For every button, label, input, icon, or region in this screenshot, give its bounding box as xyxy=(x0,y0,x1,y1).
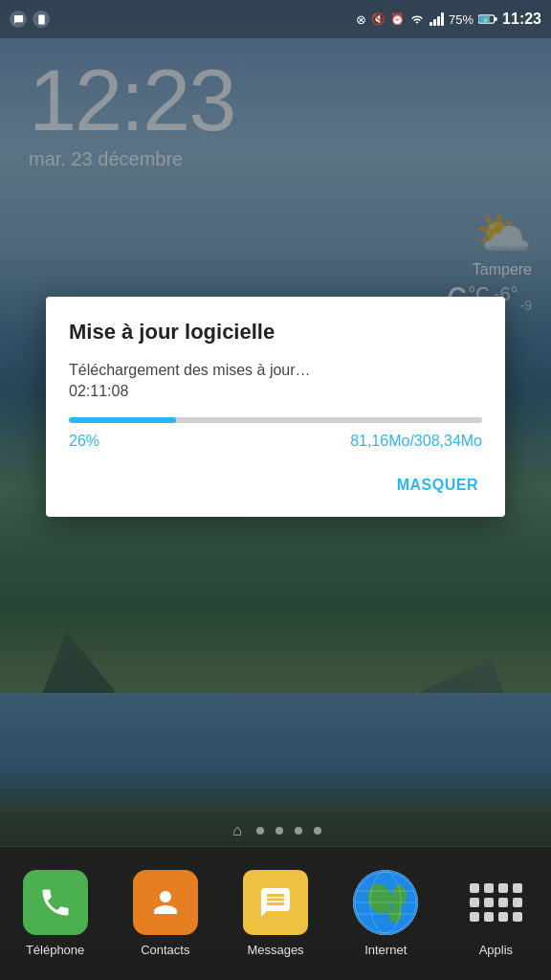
dialog-elapsed-time: 02:11:08 xyxy=(69,383,482,400)
dock-label-messages: Messages xyxy=(247,943,303,957)
dialog-message: Téléchargement des mises à jour… xyxy=(69,362,482,379)
progress-size-label: 81,16Mo/308,34Mo xyxy=(350,433,482,450)
phone-notification-icon xyxy=(33,11,50,28)
dock-item-apps[interactable]: Applis xyxy=(441,870,551,957)
status-bar: ⊗ 🔇 ⏰ 75% ⚡ 11:23 xyxy=(0,0,551,38)
dialog-actions: MASQUER xyxy=(69,469,482,501)
hide-button[interactable]: MASQUER xyxy=(393,469,482,501)
dock-item-contacts[interactable]: Contacts xyxy=(110,870,220,957)
internet-icon xyxy=(353,870,418,935)
mute-icon: 🔇 xyxy=(371,12,386,26)
progress-info: 26% 81,16Mo/308,34Mo xyxy=(69,433,482,450)
wifi-icon xyxy=(409,13,425,26)
home-indicator: ⌂ xyxy=(230,823,245,838)
dock-label-apps: Applis xyxy=(479,943,513,957)
bluetooth-icon: ⊗ xyxy=(356,12,366,27)
contacts-icon xyxy=(133,870,198,935)
progress-percent-label: 26% xyxy=(69,433,99,450)
apps-grid-icon xyxy=(470,883,522,922)
battery-icon: ⚡ xyxy=(478,13,497,25)
progress-bar-track xyxy=(69,417,482,423)
status-right-icons: ⊗ 🔇 ⏰ 75% ⚡ 11:23 xyxy=(356,11,541,28)
dock-item-phone[interactable]: Téléphone xyxy=(0,870,110,957)
progress-bar-fill xyxy=(69,417,176,423)
alarm-icon: ⏰ xyxy=(390,12,405,26)
dialog-title: Mise à jour logicielle xyxy=(69,320,482,345)
update-dialog: Mise à jour logicielle Téléchargement de… xyxy=(46,297,505,517)
page-dot-1 xyxy=(256,827,264,835)
dock-item-internet[interactable]: Internet xyxy=(331,870,441,957)
status-time: 11:23 xyxy=(502,11,541,28)
svg-text:⚡: ⚡ xyxy=(482,16,490,24)
phone-icon xyxy=(23,870,88,935)
chat-notification-icon xyxy=(10,11,27,28)
dock-label-contacts: Contacts xyxy=(141,943,189,957)
page-dot-4 xyxy=(314,827,321,835)
battery-percentage: 75% xyxy=(449,12,474,27)
svg-rect-2 xyxy=(495,17,497,21)
messages-icon xyxy=(243,870,308,935)
page-indicators: ⌂ xyxy=(0,823,551,838)
app-dock: Téléphone Contacts Messages xyxy=(0,846,551,980)
apps-icon xyxy=(463,870,528,935)
signal-bars-icon xyxy=(430,12,444,26)
status-left-icons xyxy=(10,11,50,28)
page-dot-2 xyxy=(276,827,283,835)
dock-label-phone: Téléphone xyxy=(26,943,84,957)
dock-item-messages[interactable]: Messages xyxy=(220,870,330,957)
dock-label-internet: Internet xyxy=(364,943,407,957)
page-dot-3 xyxy=(295,827,302,835)
